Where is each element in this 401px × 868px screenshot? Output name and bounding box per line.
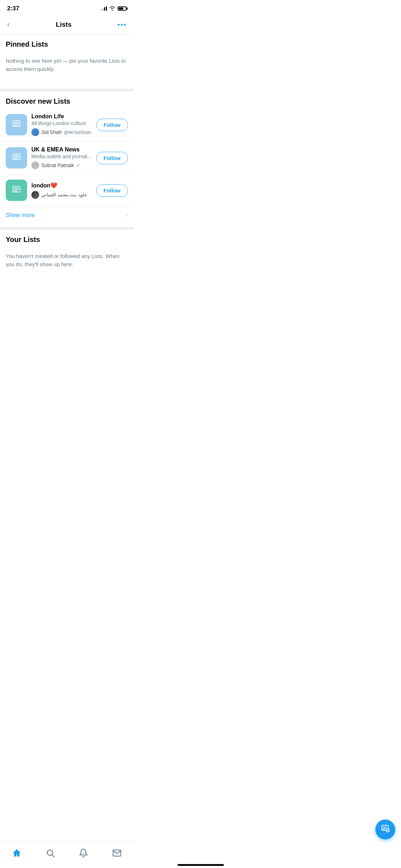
list-thumb-icon [11,152,21,164]
show-more-text[interactable]: Show more [6,212,35,218]
list-thumb-icon [11,119,21,131]
owner-name: Sid Shah [41,129,62,135]
owner-name: Subrat Patnaik [41,162,74,168]
follow-button-london-heart[interactable]: Follow [96,184,128,197]
follow-button-uk-emea[interactable]: Follow [96,152,128,164]
discover-lists-heading: Discover new Lists [0,92,134,108]
list-desc: All things London culture [31,120,93,126]
wifi-icon [109,6,115,12]
list-name: London Life [31,113,93,120]
your-lists-empty-text: You haven't created or followed any List… [0,247,134,277]
list-name: UK & EMEA News [31,146,93,153]
signal-icon [101,6,107,11]
page-title: Lists [56,21,72,29]
pinned-lists-heading: Pinned Lists [0,35,134,51]
more-button[interactable]: ••• [116,20,128,30]
pinned-lists-empty-text: Nothing to see here yet — pin your favor… [0,51,134,82]
status-bar: 2:37 [0,0,134,15]
status-icons [101,6,127,12]
list-name: london❤️ [31,182,93,189]
list-desc: Media outlets and journalists covering t… [31,154,93,159]
list-thumbnail-london-heart [6,180,27,201]
list-owner: Subrat Patnaik ✓ [31,161,93,169]
list-info-london-life: London Life All things London culture Si… [31,113,93,136]
list-owner: خلود بنت محمد العماني [31,191,93,199]
navigation-header: ‹ Lists ••• [0,15,134,35]
chevron-right-icon: › [126,212,128,218]
list-thumbnail-london-life [6,114,27,135]
list-thumb-icon [11,184,21,196]
pinned-lists-section: Pinned Lists Nothing to see here yet — p… [0,35,134,92]
list-item: London Life All things London culture Si… [0,108,134,141]
your-lists-heading: Your Lists [0,230,134,247]
list-item: london❤️ خلود بنت محمد العماني Follow [0,175,134,206]
status-time: 2:37 [7,5,19,12]
owner-avatar [31,191,39,199]
verified-badge: ✓ [76,162,81,168]
owner-handle: @MrSidShah [64,130,92,135]
list-thumbnail-uk-emea [6,147,27,169]
owner-name: خلود بنت محمد العماني [41,192,87,197]
owner-avatar [31,161,39,169]
your-lists-section: Your Lists You haven't created or follow… [0,230,134,284]
list-owner: Sid Shah @MrSidShah [31,128,93,136]
list-info-london-heart: london❤️ خلود بنت محمد العماني [31,182,93,199]
back-button[interactable]: ‹ [6,19,11,31]
follow-button-london-life[interactable]: Follow [96,119,128,131]
list-item: UK & EMEA News Media outlets and journal… [0,141,134,175]
show-more-row[interactable]: Show more › [0,206,134,224]
owner-avatar [31,128,39,136]
list-info-uk-emea: UK & EMEA News Media outlets and journal… [31,146,93,169]
battery-icon [118,6,127,11]
discover-lists-section: Discover new Lists London Life All thing… [0,92,134,230]
